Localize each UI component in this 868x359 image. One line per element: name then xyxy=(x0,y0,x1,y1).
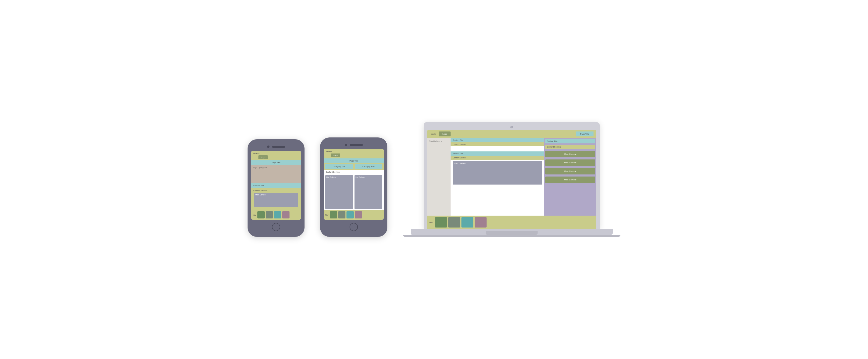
lp-header-label: Header xyxy=(430,133,436,135)
lp-section-title-2: Section Title xyxy=(451,152,544,156)
lp-section-title-1: Section Title xyxy=(451,138,544,142)
ph2-nav-icon-3 xyxy=(346,211,354,219)
phone-2: Header Logo Page Title Catagory Title Ca… xyxy=(320,137,388,237)
ph1-header-label: Header xyxy=(253,152,299,155)
lp-right-section-title: Section Title xyxy=(545,139,595,143)
scene: Header Logo Page Title Sign Up/Sign In S… xyxy=(253,122,615,237)
ph1-bottom-bar xyxy=(251,220,301,232)
phone-2-top-bar xyxy=(324,142,384,149)
lp-right-main-1: Main Content xyxy=(545,151,595,157)
phone-1-body: Header Logo Page Title Sign Up/Sign In S… xyxy=(248,139,305,237)
ph2-nav-bar: Nav xyxy=(324,210,384,220)
ph1-page-title: Page Title xyxy=(251,160,301,165)
lp-right-main-4: Main Content xyxy=(545,176,595,183)
ph2-page-title: Page Title xyxy=(324,158,384,163)
lp-nav-icon-4 xyxy=(475,217,487,228)
ph1-sign-up: Sign Up/Sign In xyxy=(251,165,301,183)
lp-sidebar: Sign Up/Sign In xyxy=(427,138,451,216)
ph1-nav-bar: Nav xyxy=(251,210,301,220)
lp-right-content-section: Content Section xyxy=(545,145,595,149)
lp-nav-icon-1 xyxy=(435,217,447,228)
ph2-nav-icon-2 xyxy=(338,211,345,219)
lp-body: Sign Up/Sign In Section Title Content Se… xyxy=(427,138,596,216)
laptop-screen: Header Logo Page Title Sign Up/Sign In S… xyxy=(427,130,596,229)
phone-1-top-bar xyxy=(251,144,301,151)
lp-right-panel: Section Title Content Section Main Conte… xyxy=(544,138,596,216)
ph2-home-button[interactable] xyxy=(349,223,358,231)
lp-page-title: Page Title xyxy=(576,131,593,136)
ph1-logo: Logo xyxy=(258,155,268,159)
ph1-nav-icon-3 xyxy=(274,211,281,219)
ph2-header-label: Header xyxy=(326,151,382,153)
laptop-cam-dot xyxy=(510,126,513,128)
laptop-foot xyxy=(403,235,620,237)
lp-nav-label: Nav xyxy=(429,221,433,224)
lp-content-section-2: Content Section xyxy=(451,156,544,160)
ph2-list-col-1: List Options xyxy=(325,175,353,209)
lp-main-content: Main Content xyxy=(453,161,542,185)
ph2-content-section-label: Content Section xyxy=(324,170,384,174)
ph2-cat-title-1: Catagory Title xyxy=(325,164,353,169)
lp-nav-icon-2 xyxy=(448,217,460,228)
phone-1-screen: Header Logo Page Title Sign Up/Sign In S… xyxy=(251,151,301,220)
phone-2-screen: Header Logo Page Title Catagory Title Ca… xyxy=(324,149,384,220)
ph2-logo: Logo xyxy=(331,154,340,157)
laptop-base xyxy=(411,229,613,235)
laptop-camera xyxy=(427,126,596,130)
phone-1: Header Logo Page Title Sign Up/Sign In S… xyxy=(248,139,305,237)
lp-main: Section Title Content Section Section Ti… xyxy=(451,138,544,216)
phone-2-speaker xyxy=(350,144,363,146)
ph1-content-section-label: Content Section xyxy=(253,190,299,192)
ph1-nav-label: Nav xyxy=(253,214,256,216)
ph1-content-section: Content Section Main Content xyxy=(251,188,301,210)
lp-header: Header Logo Page Title xyxy=(427,130,596,138)
phone-1-speaker-dot xyxy=(267,145,270,148)
lp-right-main-2: Main Content xyxy=(545,159,595,166)
ph1-nav-icon-4 xyxy=(282,211,289,219)
lp-nav-icon-3 xyxy=(461,217,473,228)
ph2-cat-title-2: Catagory Title xyxy=(355,164,382,169)
ph2-nav-icon-4 xyxy=(355,211,362,219)
lp-right-main-3: Main Content xyxy=(545,168,595,174)
ph1-section-title: Section Title xyxy=(251,183,301,188)
lp-logo: Logo xyxy=(439,131,451,136)
ph2-nav-icon-1 xyxy=(330,211,337,219)
ph1-nav-icon-2 xyxy=(266,211,273,219)
ph2-nav-label: Nav xyxy=(325,214,328,216)
phone-2-speaker-dot xyxy=(345,144,347,146)
ph1-header: Header Logo xyxy=(251,151,301,160)
ph1-nav-icon-1 xyxy=(257,211,265,219)
ph1-home-button[interactable] xyxy=(272,223,280,231)
laptop-screen-outer: Header Logo Page Title Sign Up/Sign In S… xyxy=(424,122,600,229)
phone-1-speaker xyxy=(272,146,285,148)
lp-sign-up: Sign Up/Sign In xyxy=(427,138,451,144)
ph2-category-row: Catagory Title Catagory Title xyxy=(324,163,384,170)
ph2-list-row: List Options List Options xyxy=(324,174,384,209)
lp-content-section-1: Content Section xyxy=(451,142,544,146)
ph2-header: Header Logo xyxy=(324,149,384,158)
ph1-main-content: Main Content xyxy=(254,193,298,207)
lp-nav-bar: Nav xyxy=(427,216,596,229)
ph2-bottom-bar xyxy=(324,220,384,232)
laptop: Header Logo Page Title Sign Up/Sign In S… xyxy=(403,122,620,237)
phone-2-body: Header Logo Page Title Catagory Title Ca… xyxy=(320,137,388,237)
ph2-list-col-2: List Options xyxy=(354,175,382,209)
